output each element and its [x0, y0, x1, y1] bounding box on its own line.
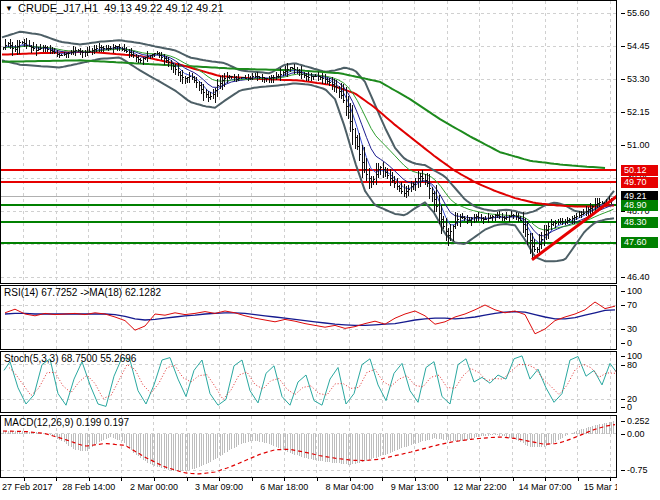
stoch-tick-label: 80 [627, 360, 637, 370]
dropdown-arrow-icon[interactable]: ▼ [5, 4, 13, 13]
price-axis[interactable]: 55.6054.4553.3052.1551.0049.8548.7047.55… [617, 0, 660, 500]
rsi-tick-label: 100 [627, 286, 642, 296]
time-label: 9 Mar 13:00 [382, 482, 448, 492]
macd-tick-label: 0.00 [627, 429, 645, 439]
time-tick-mark [447, 478, 448, 481]
time-tick-mark [252, 478, 253, 481]
price-tick-label: 51.00 [627, 140, 650, 150]
time-axis[interactable]: 27 Feb 201728 Feb 14:002 Mar 00:003 Mar … [0, 478, 660, 500]
time-tick-mark [24, 478, 25, 481]
time-tick-mark [89, 478, 90, 481]
time-label: 14 Mar 07:00 [512, 482, 578, 492]
stoch-tick-label: 0 [627, 402, 632, 412]
macd-header: MACD(12,26,9) 0.199 0.197 [4, 417, 129, 428]
time-tick-mark [317, 478, 318, 481]
rsi-tick-label: 70 [627, 300, 637, 310]
time-tick-mark [382, 478, 383, 481]
time-tick-mark [154, 478, 155, 481]
time-tick-mark [513, 478, 514, 481]
price-level-label: 49.70 [621, 177, 658, 188]
macd-tick-label: 0.252 [627, 416, 650, 426]
time-tick-mark [480, 478, 481, 481]
chart-title: CRUDE_J17,H1 49.13 49.22 49.12 49.21 [18, 2, 224, 14]
time-tick-mark [56, 478, 57, 481]
stoch-header: Stoch(5,3,3) 68.7500 55.2696 [4, 353, 136, 364]
time-tick-mark [610, 478, 611, 481]
rsi-header: RSI(14) 67.7252 ->MA(18) 62.1282 [4, 287, 161, 298]
macd-tick-label: -0.75 [627, 465, 648, 475]
time-tick-mark [187, 478, 188, 481]
main-price-chart[interactable] [0, 0, 617, 284]
price-tick-label: 54.45 [627, 41, 650, 51]
symbol-timeframe-label: CRUDE_J17,H1 [18, 2, 98, 14]
price-level-label: 47.60 [621, 237, 658, 248]
price-level-label: 50.12 [621, 165, 658, 176]
price-level-label: 48.30 [621, 217, 658, 228]
price-level-label: 48.90 [621, 200, 658, 211]
price-tick-label: 53.30 [627, 74, 650, 84]
ohlc-values-label: 49.13 49.22 49.12 49.21 [104, 2, 223, 14]
time-label: 2 Mar 00:00 [121, 482, 187, 492]
time-tick-mark [121, 478, 122, 481]
rsi-tick-label: 0 [627, 338, 632, 348]
time-tick-mark [350, 478, 351, 481]
time-tick-mark [284, 478, 285, 481]
time-label: 3 Mar 09:00 [186, 482, 252, 492]
price-tick-label: 52.15 [627, 107, 650, 117]
time-label: 28 Feb 14:00 [56, 482, 122, 492]
time-tick-mark [578, 478, 579, 481]
time-label: 8 Mar 04:00 [317, 482, 383, 492]
price-tick-label: 55.60 [627, 8, 650, 18]
mt4-chart-window: ▼ CRUDE_J17,H1 49.13 49.22 49.12 49.21 R… [0, 0, 660, 500]
price-tick-label: 46.40 [627, 272, 650, 282]
time-tick-mark [545, 478, 546, 481]
time-tick-mark [219, 478, 220, 481]
rsi-tick-label: 30 [627, 324, 637, 334]
time-label: 12 Mar 22:00 [447, 482, 513, 492]
time-label: 6 Mar 18:00 [251, 482, 317, 492]
time-tick-mark [415, 478, 416, 481]
